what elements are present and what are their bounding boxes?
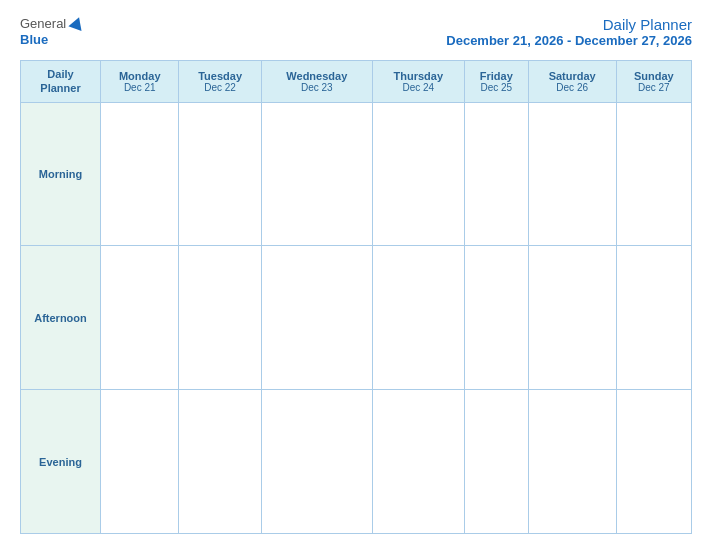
col-header-saturday: Saturday Dec 26 — [528, 61, 616, 103]
evening-wednesday-cell[interactable] — [261, 390, 372, 534]
logo-general-text: General — [20, 16, 66, 32]
header-row: Daily Planner Monday Dec 21 Tuesday Dec … — [21, 61, 692, 103]
afternoon-sunday-cell[interactable] — [616, 246, 691, 390]
col-header-monday: Monday Dec 21 — [101, 61, 179, 103]
evening-monday-cell[interactable] — [101, 390, 179, 534]
col-header-sunday: Sunday Dec 27 — [616, 61, 691, 103]
planner-table: Daily Planner Monday Dec 21 Tuesday Dec … — [20, 60, 692, 534]
col-header-wednesday: Wednesday Dec 23 — [261, 61, 372, 103]
morning-saturday-cell[interactable] — [528, 102, 616, 246]
logo: General Blue — [20, 16, 84, 47]
morning-thursday-cell[interactable] — [372, 102, 464, 246]
col-header-thursday: Thursday Dec 24 — [372, 61, 464, 103]
evening-friday-cell[interactable] — [464, 390, 528, 534]
logo-blue-text: Blue — [20, 32, 48, 48]
evening-tuesday-cell[interactable] — [179, 390, 261, 534]
morning-label: Morning — [21, 102, 101, 246]
afternoon-friday-cell[interactable] — [464, 246, 528, 390]
morning-monday-cell[interactable] — [101, 102, 179, 246]
morning-sunday-cell[interactable] — [616, 102, 691, 246]
afternoon-wednesday-cell[interactable] — [261, 246, 372, 390]
evening-saturday-cell[interactable] — [528, 390, 616, 534]
header: General Blue Daily Planner December 21, … — [20, 16, 692, 48]
morning-row: Morning — [21, 102, 692, 246]
morning-tuesday-cell[interactable] — [179, 102, 261, 246]
evening-thursday-cell[interactable] — [372, 390, 464, 534]
morning-wednesday-cell[interactable] — [261, 102, 372, 246]
col-header-tuesday: Tuesday Dec 22 — [179, 61, 261, 103]
page-title: Daily Planner — [446, 16, 692, 33]
page-date-range: December 21, 2026 - December 27, 2026 — [446, 33, 692, 48]
morning-friday-cell[interactable] — [464, 102, 528, 246]
col-header-label: Daily Planner — [21, 61, 101, 103]
afternoon-label: Afternoon — [21, 246, 101, 390]
afternoon-saturday-cell[interactable] — [528, 246, 616, 390]
logo-triangle-icon — [69, 15, 86, 31]
evening-label: Evening — [21, 390, 101, 534]
afternoon-thursday-cell[interactable] — [372, 246, 464, 390]
afternoon-row: Afternoon — [21, 246, 692, 390]
afternoon-tuesday-cell[interactable] — [179, 246, 261, 390]
evening-row: Evening — [21, 390, 692, 534]
title-block: Daily Planner December 21, 2026 - Decemb… — [446, 16, 692, 48]
evening-sunday-cell[interactable] — [616, 390, 691, 534]
afternoon-monday-cell[interactable] — [101, 246, 179, 390]
col-header-friday: Friday Dec 25 — [464, 61, 528, 103]
